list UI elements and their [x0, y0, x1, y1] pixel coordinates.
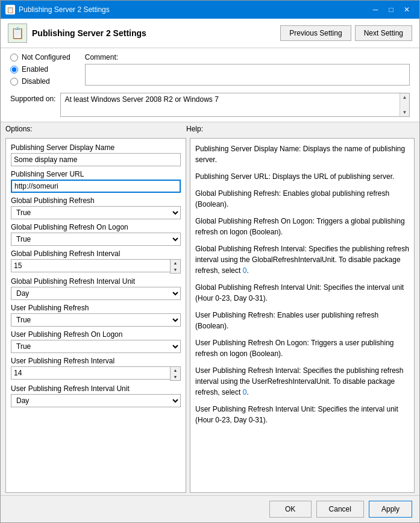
enabled-radio[interactable]: [10, 66, 18, 74]
window-icon: 📋: [5, 5, 15, 14]
option-spinbox-user-refresh-interval: ▲▼: [11, 366, 181, 381]
minimize-button[interactable]: ─: [368, 4, 383, 16]
spin-up-user-refresh-interval[interactable]: ▲: [171, 367, 180, 374]
option-group-user-refresh-interval: User Publishing Refresh Interval▲▼: [11, 357, 181, 381]
supported-label: Supported on:: [10, 93, 55, 103]
scroll-down-arrow[interactable]: ▼: [400, 108, 409, 116]
title-bar: 📋 Publishing Server 2 Settings ─ □ ✕: [1, 1, 419, 19]
option-label-display-name: Publishing Server Display Name: [11, 143, 181, 152]
option-spin-input-user-refresh-interval[interactable]: [11, 366, 170, 380]
not-configured-option[interactable]: Not Configured: [10, 53, 71, 61]
maximize-button[interactable]: □: [383, 4, 399, 16]
option-group-user-refresh-unit: User Publishing Refresh Interval UnitDay…: [11, 384, 181, 407]
option-group-display-name: Publishing Server Display Name: [11, 143, 181, 166]
title-bar-controls: ─ □ ✕: [368, 4, 415, 16]
supported-value: At least Windows Server 2008 R2 or Windo…: [64, 95, 406, 114]
comment-label: Comment:: [85, 53, 410, 61]
disabled-option[interactable]: Disabled: [10, 77, 71, 86]
close-button[interactable]: ✕: [399, 4, 415, 16]
help-item: User Publishing Refresh Interval Unit: S…: [195, 404, 409, 425]
option-group-global-refresh-unit: Global Publishing Refresh Interval UnitD…: [11, 277, 181, 300]
options-panel-label: Options:: [5, 125, 186, 133]
option-select-user-refresh[interactable]: TrueFalse: [11, 313, 181, 327]
option-select-global-refresh[interactable]: TrueFalse: [11, 206, 181, 219]
spin-buttons-global-refresh-interval: ▲▼: [170, 259, 181, 274]
header-icon: 📋: [8, 23, 27, 43]
option-input-display-name[interactable]: [11, 153, 181, 166]
radio-group: Not Configured Enabled Disabled: [10, 53, 71, 86]
option-select-global-refresh-logon[interactable]: TrueFalse: [11, 233, 181, 246]
help-panel-label: Help:: [186, 125, 415, 133]
option-label-global-refresh-unit: Global Publishing Refresh Interval Unit: [11, 277, 181, 286]
help-item: Publishing Server Display Name: Displays…: [195, 143, 409, 165]
next-setting-button[interactable]: Next Setting: [355, 25, 412, 41]
main-content: Publishing Server Display NamePublishing…: [1, 136, 419, 495]
help-item: Global Publishing Refresh Interval Unit:…: [195, 282, 409, 304]
supported-box: At least Windows Server 2008 R2 or Windo…: [60, 93, 410, 117]
option-group-server-url: Publishing Server URL: [11, 170, 181, 193]
option-label-server-url: Publishing Server URL: [11, 170, 181, 178]
option-select-user-refresh-logon[interactable]: TrueFalse: [11, 340, 181, 353]
title-bar-left: 📋 Publishing Server 2 Settings: [5, 5, 110, 14]
help-item: Global Publishing Refresh On Logon: Trig…: [195, 216, 409, 237]
apply-button[interactable]: Apply: [369, 501, 412, 518]
header-title: Publishing Server 2 Settings: [32, 28, 146, 38]
option-label-user-refresh-logon: User Publishing Refresh On Logon: [11, 330, 181, 339]
previous-setting-button[interactable]: Previous Setting: [280, 25, 351, 41]
header-buttons: Previous Setting Next Setting: [280, 25, 412, 41]
option-label-user-refresh: User Publishing Refresh: [11, 304, 181, 312]
comment-textarea[interactable]: [85, 64, 410, 86]
option-group-user-refresh: User Publishing RefreshTrueFalse: [11, 304, 181, 327]
options-panel: Publishing Server Display NamePublishing…: [5, 138, 186, 493]
option-select-global-refresh-unit[interactable]: DayHour: [11, 287, 181, 300]
help-item: User Publishing Refresh: Enables user pu…: [195, 310, 409, 331]
option-label-global-refresh-logon: Global Publishing Refresh On Logon: [11, 223, 181, 231]
disabled-radio[interactable]: [10, 78, 18, 86]
panel-labels: Options: Help:: [1, 122, 419, 136]
window-title: Publishing Server 2 Settings: [19, 5, 110, 14]
help-item: User Publishing Refresh On Logon: Trigge…: [195, 337, 409, 359]
option-label-user-refresh-unit: User Publishing Refresh Interval Unit: [11, 384, 181, 393]
supported-section: Supported on: At least Windows Server 20…: [1, 90, 419, 122]
disabled-label: Disabled: [22, 77, 50, 86]
option-label-user-refresh-interval: User Publishing Refresh Interval: [11, 357, 181, 365]
help-item: Global Publishing Refresh Interval: Spec…: [195, 243, 409, 276]
option-spinbox-global-refresh-interval: ▲▼: [11, 259, 181, 274]
help-item: User Publishing Refresh Interval: Specif…: [195, 365, 409, 398]
enabled-option[interactable]: Enabled: [10, 65, 71, 74]
option-label-global-refresh-interval: Global Publishing Refresh Interval: [11, 249, 181, 258]
option-select-user-refresh-unit[interactable]: DayHour: [11, 394, 181, 407]
spin-up-global-refresh-interval[interactable]: ▲: [171, 260, 180, 266]
spin-down-user-refresh-interval[interactable]: ▼: [171, 374, 180, 380]
scroll-up-arrow[interactable]: ▲: [400, 93, 409, 101]
config-section: Not Configured Enabled Disabled Comment:: [1, 48, 419, 90]
comment-section: Comment:: [85, 53, 410, 86]
main-window: 📋 Publishing Server 2 Settings ─ □ ✕ 📋 P…: [0, 0, 420, 523]
header-section: 📋 Publishing Server 2 Settings Previous …: [1, 19, 419, 48]
help-link[interactable]: 0: [243, 388, 247, 396]
cancel-button[interactable]: Cancel: [316, 501, 364, 518]
not-configured-label: Not Configured: [22, 53, 71, 61]
supported-scrollbar: ▲ ▼: [400, 93, 409, 116]
option-input-server-url[interactable]: [11, 180, 181, 193]
supported-wrapper: At least Windows Server 2008 R2 or Windo…: [60, 93, 410, 117]
header-left: 📋 Publishing Server 2 Settings: [8, 23, 146, 43]
ok-button[interactable]: OK: [269, 501, 312, 518]
help-link[interactable]: 0: [243, 266, 247, 275]
option-group-global-refresh: Global Publishing RefreshTrueFalse: [11, 196, 181, 219]
option-label-global-refresh: Global Publishing Refresh: [11, 196, 181, 205]
option-group-global-refresh-interval: Global Publishing Refresh Interval▲▼: [11, 249, 181, 274]
option-group-global-refresh-logon: Global Publishing Refresh On LogonTrueFa…: [11, 223, 181, 246]
spin-down-global-refresh-interval[interactable]: ▼: [171, 266, 180, 273]
help-item: Global Publishing Refresh: Enables globa…: [195, 188, 409, 210]
help-item: Publishing Server URL: Displays the URL …: [195, 171, 409, 182]
option-group-user-refresh-logon: User Publishing Refresh On LogonTrueFals…: [11, 330, 181, 353]
not-configured-radio[interactable]: [10, 54, 18, 61]
enabled-label: Enabled: [22, 65, 48, 74]
footer: OK Cancel Apply: [1, 495, 419, 522]
option-spin-input-global-refresh-interval[interactable]: [11, 259, 170, 272]
spin-buttons-user-refresh-interval: ▲▼: [170, 366, 181, 381]
help-panel: Publishing Server Display Name: Displays…: [190, 138, 415, 493]
